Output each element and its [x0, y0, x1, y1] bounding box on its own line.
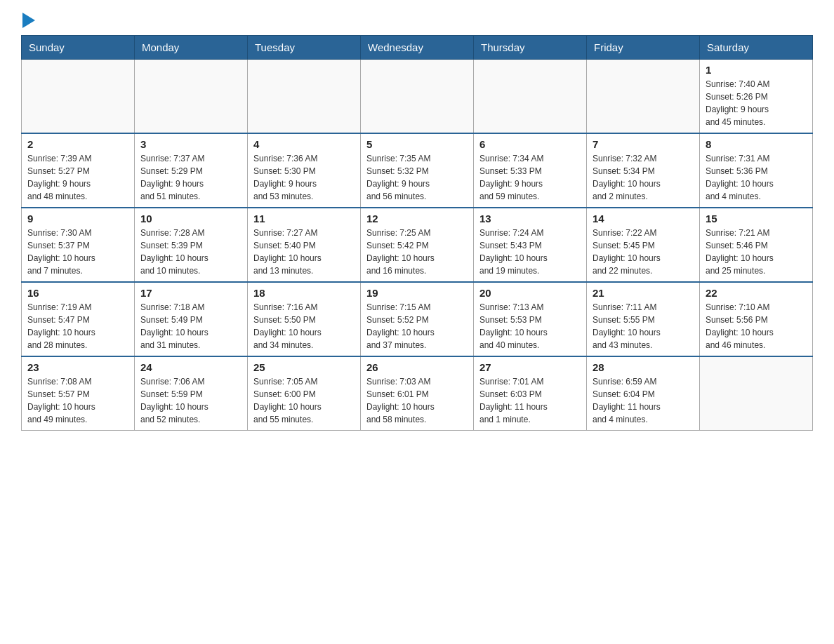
calendar-cell: 20Sunrise: 7:13 AMSunset: 5:53 PMDayligh… [474, 282, 587, 356]
day-info: Sunrise: 7:03 AMSunset: 6:01 PMDaylight:… [366, 375, 468, 426]
day-info: Sunrise: 6:59 AMSunset: 6:04 PMDaylight:… [593, 375, 694, 426]
day-number: 19 [366, 287, 468, 299]
calendar-cell: 10Sunrise: 7:28 AMSunset: 5:39 PMDayligh… [135, 208, 248, 282]
calendar-cell: 5Sunrise: 7:35 AMSunset: 5:32 PMDaylight… [361, 133, 474, 208]
calendar-cell: 28Sunrise: 6:59 AMSunset: 6:04 PMDayligh… [587, 356, 700, 431]
day-number: 9 [27, 213, 128, 224]
svg-marker-0 [22, 13, 35, 28]
day-number: 24 [140, 361, 241, 373]
column-header-saturday: Saturday [700, 36, 813, 60]
day-info: Sunrise: 7:11 AMSunset: 5:55 PMDaylight:… [593, 301, 694, 351]
day-number: 1 [706, 64, 807, 76]
day-info: Sunrise: 7:39 AMSunset: 5:27 PMDaylight:… [27, 152, 128, 203]
calendar-cell [22, 60, 135, 134]
day-info: Sunrise: 7:15 AMSunset: 5:52 PMDaylight:… [366, 301, 468, 351]
column-header-tuesday: Tuesday [248, 36, 361, 60]
day-info: Sunrise: 7:10 AMSunset: 5:56 PMDaylight:… [706, 301, 807, 351]
day-number: 10 [140, 213, 241, 224]
logo [21, 14, 35, 28]
day-number: 6 [479, 138, 581, 150]
day-info: Sunrise: 7:35 AMSunset: 5:32 PMDaylight:… [366, 152, 468, 203]
day-info: Sunrise: 7:27 AMSunset: 5:40 PMDaylight:… [253, 227, 355, 277]
day-number: 18 [253, 287, 355, 299]
day-info: Sunrise: 7:36 AMSunset: 5:30 PMDaylight:… [253, 152, 355, 203]
column-header-thursday: Thursday [474, 36, 587, 60]
column-header-friday: Friday [587, 36, 700, 60]
calendar-cell: 13Sunrise: 7:24 AMSunset: 5:43 PMDayligh… [474, 208, 587, 282]
logo-arrow-icon [22, 13, 35, 28]
day-info: Sunrise: 7:06 AMSunset: 5:59 PMDaylight:… [140, 375, 241, 426]
day-info: Sunrise: 7:28 AMSunset: 5:39 PMDaylight:… [140, 227, 241, 277]
calendar-cell: 21Sunrise: 7:11 AMSunset: 5:55 PMDayligh… [587, 282, 700, 356]
calendar-week-row: 9Sunrise: 7:30 AMSunset: 5:37 PMDaylight… [22, 208, 813, 282]
calendar-cell: 2Sunrise: 7:39 AMSunset: 5:27 PMDaylight… [22, 133, 135, 208]
day-info: Sunrise: 7:31 AMSunset: 5:36 PMDaylight:… [706, 152, 807, 203]
day-info: Sunrise: 7:34 AMSunset: 5:33 PMDaylight:… [479, 152, 581, 203]
calendar-cell: 1Sunrise: 7:40 AMSunset: 5:26 PMDaylight… [700, 60, 813, 134]
calendar-week-row: 23Sunrise: 7:08 AMSunset: 5:57 PMDayligh… [22, 356, 813, 431]
day-number: 13 [479, 213, 581, 224]
day-info: Sunrise: 7:19 AMSunset: 5:47 PMDaylight:… [27, 301, 128, 351]
day-number: 21 [593, 287, 694, 299]
day-number: 25 [253, 361, 355, 373]
column-header-sunday: Sunday [22, 36, 135, 60]
day-info: Sunrise: 7:13 AMSunset: 5:53 PMDaylight:… [479, 301, 581, 351]
calendar-cell: 9Sunrise: 7:30 AMSunset: 5:37 PMDaylight… [22, 208, 135, 282]
day-number: 14 [593, 213, 694, 224]
page-header [21, 14, 813, 28]
day-number: 26 [366, 361, 468, 373]
calendar-cell [700, 356, 813, 431]
day-number: 16 [27, 287, 128, 299]
calendar-cell [587, 60, 700, 134]
day-info: Sunrise: 7:18 AMSunset: 5:49 PMDaylight:… [140, 301, 241, 351]
day-info: Sunrise: 7:24 AMSunset: 5:43 PMDaylight:… [479, 227, 581, 277]
day-info: Sunrise: 7:21 AMSunset: 5:46 PMDaylight:… [706, 227, 807, 277]
day-number: 2 [27, 138, 128, 150]
day-info: Sunrise: 7:22 AMSunset: 5:45 PMDaylight:… [593, 227, 694, 277]
calendar-cell: 12Sunrise: 7:25 AMSunset: 5:42 PMDayligh… [361, 208, 474, 282]
calendar-header-row: SundayMondayTuesdayWednesdayThursdayFrid… [22, 36, 813, 60]
day-number: 4 [253, 138, 355, 150]
calendar-cell: 26Sunrise: 7:03 AMSunset: 6:01 PMDayligh… [361, 356, 474, 431]
day-info: Sunrise: 7:16 AMSunset: 5:50 PMDaylight:… [253, 301, 355, 351]
day-info: Sunrise: 7:40 AMSunset: 5:26 PMDaylight:… [706, 78, 807, 128]
calendar-cell: 22Sunrise: 7:10 AMSunset: 5:56 PMDayligh… [700, 282, 813, 356]
day-info: Sunrise: 7:25 AMSunset: 5:42 PMDaylight:… [366, 227, 468, 277]
day-number: 12 [366, 213, 468, 224]
calendar-week-row: 2Sunrise: 7:39 AMSunset: 5:27 PMDaylight… [22, 133, 813, 208]
day-number: 28 [593, 361, 694, 373]
calendar-cell: 18Sunrise: 7:16 AMSunset: 5:50 PMDayligh… [248, 282, 361, 356]
day-number: 17 [140, 287, 241, 299]
calendar-cell: 15Sunrise: 7:21 AMSunset: 5:46 PMDayligh… [700, 208, 813, 282]
day-number: 23 [27, 361, 128, 373]
day-number: 15 [706, 213, 807, 224]
calendar-cell: 3Sunrise: 7:37 AMSunset: 5:29 PMDaylight… [135, 133, 248, 208]
day-number: 8 [706, 138, 807, 150]
calendar-cell [135, 60, 248, 134]
calendar-cell: 6Sunrise: 7:34 AMSunset: 5:33 PMDaylight… [474, 133, 587, 208]
calendar-cell: 11Sunrise: 7:27 AMSunset: 5:40 PMDayligh… [248, 208, 361, 282]
day-info: Sunrise: 7:37 AMSunset: 5:29 PMDaylight:… [140, 152, 241, 203]
calendar-cell [248, 60, 361, 134]
calendar-cell: 8Sunrise: 7:31 AMSunset: 5:36 PMDaylight… [700, 133, 813, 208]
column-header-wednesday: Wednesday [361, 36, 474, 60]
column-header-monday: Monday [135, 36, 248, 60]
day-number: 11 [253, 213, 355, 224]
calendar-cell [361, 60, 474, 134]
calendar-week-row: 1Sunrise: 7:40 AMSunset: 5:26 PMDaylight… [22, 60, 813, 134]
calendar-cell: 17Sunrise: 7:18 AMSunset: 5:49 PMDayligh… [135, 282, 248, 356]
day-number: 20 [479, 287, 581, 299]
calendar-cell: 4Sunrise: 7:36 AMSunset: 5:30 PMDaylight… [248, 133, 361, 208]
day-number: 5 [366, 138, 468, 150]
day-info: Sunrise: 7:01 AMSunset: 6:03 PMDaylight:… [479, 375, 581, 426]
calendar-cell: 7Sunrise: 7:32 AMSunset: 5:34 PMDaylight… [587, 133, 700, 208]
day-number: 3 [140, 138, 241, 150]
calendar-cell: 16Sunrise: 7:19 AMSunset: 5:47 PMDayligh… [22, 282, 135, 356]
calendar-table: SundayMondayTuesdayWednesdayThursdayFrid… [21, 35, 813, 431]
calendar-cell [474, 60, 587, 134]
calendar-cell: 24Sunrise: 7:06 AMSunset: 5:59 PMDayligh… [135, 356, 248, 431]
calendar-cell: 14Sunrise: 7:22 AMSunset: 5:45 PMDayligh… [587, 208, 700, 282]
day-number: 27 [479, 361, 581, 373]
calendar-week-row: 16Sunrise: 7:19 AMSunset: 5:47 PMDayligh… [22, 282, 813, 356]
day-info: Sunrise: 7:08 AMSunset: 5:57 PMDaylight:… [27, 375, 128, 426]
